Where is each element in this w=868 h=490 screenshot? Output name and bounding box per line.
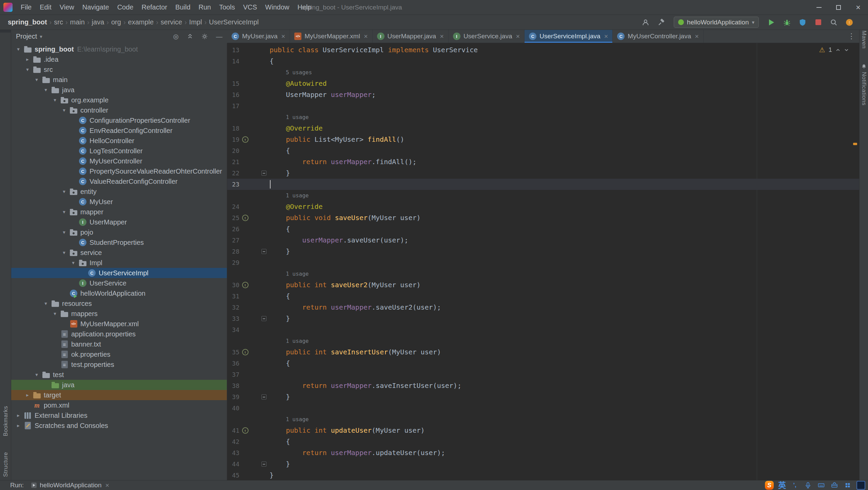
code-line[interactable]: 34	[227, 324, 859, 335]
override-method-icon[interactable]: ↑	[242, 282, 249, 288]
build-hammer-icon[interactable]	[656, 17, 666, 27]
tree-chevron-icon[interactable]: ▾	[60, 107, 68, 113]
usages-hint[interactable]: 1 usage	[227, 414, 309, 425]
project-tree-item[interactable]: java	[11, 380, 227, 390]
run-button[interactable]	[766, 17, 776, 27]
line-number[interactable]: 16	[227, 89, 239, 100]
project-tree-item[interactable]: CMyUser	[11, 197, 227, 207]
tab-close-icon[interactable]: ×	[364, 33, 368, 40]
line-number[interactable]: 38	[227, 380, 239, 391]
project-tree-item[interactable]: ≡ok.properties	[11, 349, 227, 359]
line-number[interactable]: 18	[227, 123, 239, 134]
code-line[interactable]: 44 }	[227, 458, 859, 470]
keyboard-icon[interactable]	[817, 481, 826, 490]
line-number[interactable]: 21	[227, 156, 239, 168]
next-problem-icon[interactable]	[844, 47, 849, 53]
code-line[interactable]: 20 {	[227, 145, 859, 156]
tree-chevron-icon[interactable]: ▸	[14, 423, 23, 429]
tree-chevron-icon[interactable]: ▾	[51, 311, 59, 317]
override-method-icon[interactable]: ↑	[242, 215, 249, 221]
line-number[interactable]: 22	[227, 168, 239, 179]
project-tree-item[interactable]: IUserService	[11, 278, 227, 288]
project-tree-item[interactable]: CHelloController	[11, 136, 227, 146]
breadcrumb-item[interactable]: Impl	[187, 18, 204, 26]
usages-hint[interactable]: 5 usages	[227, 67, 312, 78]
project-tree-item[interactable]: CStudentProperties	[11, 237, 227, 248]
usages-hint[interactable]: 1 usage	[227, 112, 309, 123]
project-tree-item[interactable]: CPropertySourceValueReaderOhterControlle…	[11, 166, 227, 176]
project-tree-item[interactable]: ▾resources	[11, 298, 227, 309]
code-line[interactable]: 41↑ public int updateUser(MyUser user)	[227, 425, 859, 436]
line-number[interactable]: 36	[227, 358, 239, 369]
tree-chevron-icon[interactable]: ▸	[23, 56, 32, 62]
debug-button[interactable]	[782, 17, 792, 27]
menu-build[interactable]: Build	[171, 0, 194, 15]
code-line[interactable]: 24 @Override	[227, 201, 859, 212]
project-tree-item[interactable]: ▾controller	[11, 105, 227, 115]
tree-chevron-icon[interactable]: ▸	[23, 392, 32, 398]
line-number[interactable]: 15	[227, 78, 239, 89]
code-line[interactable]: 35↑ public int saveInsertUser(MyUser use…	[227, 347, 859, 358]
toolbox-icon[interactable]	[830, 481, 839, 490]
maximize-button[interactable]	[829, 0, 848, 15]
code-line[interactable]: 29	[227, 257, 859, 268]
editor-tab[interactable]: </>MyUserMapper.xml×	[290, 30, 372, 43]
editor-tab[interactable]: CUserServiceImpl.java×	[525, 30, 613, 43]
project-tree-item[interactable]: CEnvReaderConfigController	[11, 125, 227, 136]
project-tree-item[interactable]: CMyUserController	[11, 156, 227, 166]
line-number[interactable]: 20	[227, 145, 239, 156]
line-number[interactable]: 41	[227, 425, 239, 436]
code-line[interactable]: 40	[227, 403, 859, 414]
menu-run[interactable]: Run	[195, 0, 215, 15]
line-number[interactable]: 25	[227, 212, 239, 223]
close-button[interactable]: ×	[848, 0, 868, 15]
fold-marker-icon[interactable]	[261, 316, 267, 321]
fold-marker-icon[interactable]	[261, 249, 267, 254]
project-panel-title[interactable]: Project	[16, 33, 37, 40]
code-line[interactable]: 21 return userMapper.findAll();	[227, 156, 859, 168]
line-number[interactable]: 23	[227, 179, 239, 190]
line-number[interactable]: 13	[227, 44, 239, 56]
project-tree-item[interactable]: ≡test.properties	[11, 359, 227, 370]
project-tree-item[interactable]: ▸Scratches and Consoles	[11, 420, 227, 431]
tree-chevron-icon[interactable]: ▾	[60, 209, 68, 215]
line-number[interactable]: 43	[227, 447, 239, 458]
breadcrumb-item[interactable]: main	[68, 18, 87, 26]
code-line[interactable]: 13public class UserServiceImpl implement…	[227, 44, 859, 56]
tree-chevron-icon[interactable]: ▾	[32, 77, 41, 83]
fold-marker-icon[interactable]	[261, 462, 267, 467]
line-number[interactable]: 31	[227, 291, 239, 302]
locate-file-icon[interactable]: ◎	[173, 33, 179, 40]
breadcrumb-item[interactable]: example	[126, 18, 156, 26]
override-method-icon[interactable]: ↑	[242, 349, 249, 355]
line-number[interactable]: 40	[227, 403, 239, 414]
editor-tab[interactable]: IUserService.java×	[449, 30, 525, 43]
fold-marker-icon[interactable]	[261, 171, 267, 176]
tree-chevron-icon[interactable]: ▾	[41, 87, 50, 93]
tree-chevron-icon[interactable]: ▾	[23, 66, 32, 73]
project-tree-item[interactable]: ▸target	[11, 390, 227, 400]
tab-close-icon[interactable]: ×	[516, 33, 520, 40]
code-line[interactable]: 28 }	[227, 246, 859, 257]
usages-hint[interactable]: 1 usage	[227, 190, 309, 201]
line-number[interactable]: 37	[227, 369, 239, 380]
line-number[interactable]: 30	[227, 279, 239, 291]
breadcrumb-item[interactable]: java	[90, 18, 107, 26]
sogou-logo-icon[interactable]: S	[765, 481, 774, 490]
override-method-icon[interactable]: ↑	[242, 427, 249, 434]
editor-tab[interactable]: IUserMapper.java×	[373, 30, 449, 43]
breadcrumb-item[interactable]: service	[158, 18, 184, 26]
line-number[interactable]: 19	[227, 134, 239, 145]
line-number[interactable]: 45	[227, 470, 239, 480]
project-tree-item[interactable]: ChelloWorldApplication	[11, 288, 227, 298]
line-number[interactable]: 29	[227, 257, 239, 268]
line-number[interactable]: 35	[227, 347, 239, 358]
code-line[interactable]: 14{	[227, 56, 859, 67]
tab-close-icon[interactable]: ×	[281, 33, 285, 40]
code-line[interactable]: 43 return userMapper.updateUser(user);	[227, 447, 859, 458]
menu-view[interactable]: View	[56, 0, 78, 15]
ime-skin-icon[interactable]	[856, 481, 865, 490]
tree-chevron-icon[interactable]: ▾	[41, 300, 50, 307]
chevron-down-icon[interactable]: ▾	[40, 34, 42, 40]
editor-tab[interactable]: CMyUser.java×	[227, 30, 290, 43]
